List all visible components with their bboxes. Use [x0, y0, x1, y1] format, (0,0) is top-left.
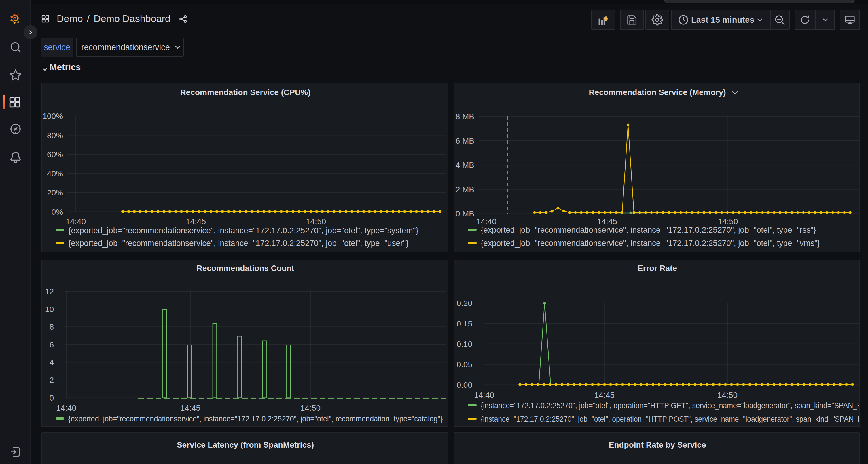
svg-text:{instance="172.17.0.2:25270",: {instance="172.17.0.2:25270", job="otel"… [480, 415, 859, 423]
svg-text:14:40: 14:40 [474, 391, 494, 400]
svg-text:14:50: 14:50 [306, 217, 326, 226]
svg-text:100%: 100% [42, 112, 63, 121]
svg-text:40%: 40% [47, 169, 63, 178]
svg-text:12: 12 [45, 287, 54, 296]
svg-text:14:50: 14:50 [718, 217, 738, 226]
svg-text:Service Latency (from SpanMetr: Service Latency (from SpanMetrics) [177, 440, 314, 449]
svg-text:0 MB: 0 MB [456, 209, 474, 218]
svg-text:4: 4 [49, 358, 54, 367]
svg-text:{exported_job="recommendations: {exported_job="recommendationservice", i… [68, 414, 443, 423]
svg-text:10: 10 [45, 305, 54, 314]
svg-text:0.00: 0.00 [457, 380, 473, 390]
svg-text:Recommendation Service (CPU%): Recommendation Service (CPU%) [180, 88, 311, 97]
svg-text:14:50: 14:50 [300, 403, 320, 412]
svg-text:6: 6 [49, 340, 54, 349]
svg-text:Recommendations Count: Recommendations Count [196, 264, 294, 273]
svg-text:{exported_job="recommendations: {exported_job="recommendationservice", i… [480, 239, 820, 247]
svg-text:0.10: 0.10 [457, 340, 473, 349]
svg-text:2 MB: 2 MB [456, 185, 474, 194]
svg-text:14:50: 14:50 [717, 391, 738, 400]
svg-text:80%: 80% [47, 131, 63, 140]
svg-text:2: 2 [49, 376, 54, 385]
svg-text:14:40: 14:40 [476, 217, 496, 226]
svg-text:Recommendation Service (Memory: Recommendation Service (Memory) [589, 88, 726, 97]
svg-text:{exported_job="recommendations: {exported_job="recommendationservice", i… [68, 239, 409, 247]
svg-text:4 MB: 4 MB [456, 161, 474, 170]
svg-text:14:45: 14:45 [186, 217, 206, 226]
svg-text:14:45: 14:45 [180, 403, 200, 412]
svg-text:Error Rate: Error Rate [638, 264, 677, 273]
svg-text:8 MB: 8 MB [456, 112, 474, 121]
svg-text:{exported_job="recommendations: {exported_job="recommendationservice", i… [480, 225, 816, 234]
svg-text:20%: 20% [47, 188, 63, 197]
svg-text:{instance="172.17.0.2:25270",: {instance="172.17.0.2:25270", job="otel"… [480, 401, 859, 410]
svg-text:6 MB: 6 MB [456, 136, 474, 145]
svg-text:0.05: 0.05 [457, 360, 473, 369]
svg-text:60%: 60% [47, 150, 63, 159]
svg-text:0.20: 0.20 [457, 299, 473, 308]
svg-text:8: 8 [49, 322, 54, 331]
svg-text:Endpoint Rate by Service: Endpoint Rate by Service [609, 440, 706, 449]
svg-text:14:40: 14:40 [56, 403, 76, 412]
svg-text:14:45: 14:45 [594, 391, 615, 400]
svg-text:14:40: 14:40 [66, 217, 86, 226]
svg-text:0: 0 [49, 394, 54, 402]
svg-text:{exported_job="recommendations: {exported_job="recommendationservice", i… [68, 226, 418, 235]
svg-text:0.15: 0.15 [457, 319, 473, 328]
svg-text:0%: 0% [52, 207, 63, 217]
svg-text:14:45: 14:45 [597, 217, 617, 226]
